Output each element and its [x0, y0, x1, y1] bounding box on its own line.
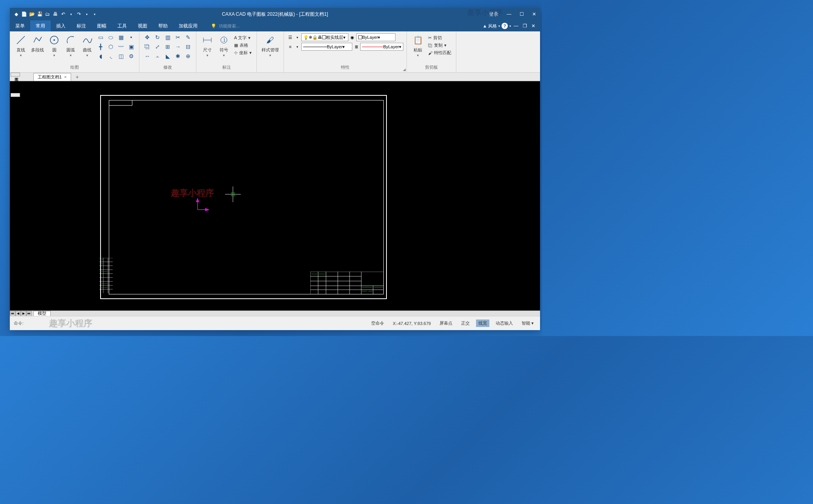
- menu-addons[interactable]: 加载应用: [173, 20, 203, 31]
- properties-launcher-icon[interactable]: ◢: [403, 68, 406, 71]
- linetype-icon[interactable]: ≡: [287, 44, 293, 50]
- menu-annotate[interactable]: 标注: [71, 20, 92, 31]
- slot-icon[interactable]: ◖: [96, 52, 105, 60]
- function-search[interactable]: 💡 功能搜索...: [211, 23, 240, 29]
- minimize-button[interactable]: —: [503, 8, 515, 20]
- polygon-icon[interactable]: ⬡: [106, 42, 115, 51]
- login-button[interactable]: 登录: [485, 8, 502, 20]
- table-button[interactable]: ▦ 表格: [233, 42, 253, 49]
- drawing-canvas[interactable]: 特性: [10, 81, 540, 310]
- layer-combo[interactable]: 💡 ❄ 🔒 🖶 粗实线层 ▾: [301, 33, 348, 41]
- coord-button[interactable]: ⊹ 坐标 ▾: [233, 49, 253, 56]
- array-icon[interactable]: ⊞: [163, 42, 172, 51]
- menu-frame[interactable]: 图幅: [92, 20, 112, 31]
- color-combo[interactable]: ByLayer ▾: [356, 33, 396, 41]
- explode-icon[interactable]: ✱: [173, 52, 183, 60]
- style-button[interactable]: ▲ 风格: [483, 23, 497, 29]
- layer-manager-icon[interactable]: ☰: [287, 34, 293, 40]
- region-icon[interactable]: ◫: [116, 52, 126, 60]
- close-button[interactable]: ✕: [528, 8, 540, 20]
- rect-icon[interactable]: ▭: [96, 33, 105, 42]
- paste-button[interactable]: 📋 粘贴 ▼: [410, 33, 426, 58]
- cut-button[interactable]: ✂剪切: [427, 35, 453, 41]
- polyline-button[interactable]: 多段线: [29, 33, 46, 54]
- lineweight-icon[interactable]: ≣: [353, 44, 359, 50]
- properties-panel-toggle[interactable]: 特性: [11, 93, 20, 97]
- rotate-icon[interactable]: ↻: [153, 33, 162, 42]
- linetype-drop-icon[interactable]: ▾: [294, 44, 300, 50]
- hatch-icon[interactable]: ▦: [116, 33, 126, 42]
- help-drop-icon[interactable]: ▾: [509, 24, 511, 28]
- lineweight-toggle[interactable]: 线宽: [476, 320, 489, 327]
- snap-toggle[interactable]: 智能 ▾: [519, 320, 536, 327]
- print-icon[interactable]: 🖶: [52, 11, 59, 17]
- qat-more-icon[interactable]: ▾: [92, 11, 98, 17]
- gear-icon[interactable]: ⚙: [126, 52, 136, 60]
- undo-drop-icon[interactable]: ▾: [68, 11, 74, 17]
- model-tab[interactable]: 模型: [33, 311, 51, 316]
- extend-icon[interactable]: →: [173, 42, 183, 51]
- copy-icon[interactable]: ⿻: [143, 42, 152, 51]
- circle-button[interactable]: 圆 ▼: [46, 33, 62, 58]
- centerline-icon[interactable]: ╋: [96, 42, 105, 51]
- dynamic-input-toggle[interactable]: 动态输入: [493, 320, 515, 327]
- menu-common[interactable]: 常用: [30, 20, 51, 31]
- arc-button[interactable]: 圆弧 ▼: [63, 33, 79, 58]
- new-icon[interactable]: 📄: [21, 11, 27, 17]
- menu-insert[interactable]: 插入: [51, 20, 71, 31]
- join-icon[interactable]: ⊕: [183, 52, 193, 60]
- symbol-button[interactable]: .1 符号 ▼: [216, 33, 232, 58]
- wave-icon[interactable]: 〰: [116, 42, 126, 51]
- copy-button[interactable]: ⿻复制 ▾: [427, 42, 453, 49]
- point-icon[interactable]: •: [126, 33, 136, 42]
- redo-icon[interactable]: ↷: [76, 11, 82, 17]
- save-icon[interactable]: 💾: [37, 11, 43, 17]
- offset-icon[interactable]: ⫠: [153, 52, 162, 60]
- mirror-icon[interactable]: ▥: [163, 33, 172, 42]
- redo-drop-icon[interactable]: ▾: [84, 11, 90, 17]
- doc-minimize-button[interactable]: —: [513, 22, 520, 29]
- break-icon[interactable]: ⊟: [183, 42, 193, 51]
- scale-icon[interactable]: ⤢: [153, 42, 162, 51]
- tab-close-icon[interactable]: ×: [64, 75, 66, 79]
- scroll-last-icon[interactable]: ⏭: [26, 311, 32, 316]
- move-icon[interactable]: ✥: [143, 33, 152, 42]
- stretch-icon[interactable]: ↔: [143, 52, 152, 60]
- menu-tools[interactable]: 工具: [112, 20, 132, 31]
- app-icon[interactable]: ◆: [13, 11, 19, 17]
- layer-drop-icon[interactable]: ▾: [294, 34, 300, 40]
- lineweight-combo[interactable]: ByLayer ▾: [360, 43, 403, 51]
- menu-file[interactable]: 菜单: [10, 20, 30, 31]
- help-icon[interactable]: ?: [502, 23, 508, 29]
- library-panel-toggle[interactable]: 图库: [11, 73, 20, 77]
- block-icon[interactable]: ▣: [126, 42, 136, 51]
- layer-tool-icon[interactable]: ◉: [349, 34, 355, 40]
- doc-close-button[interactable]: ✕: [530, 22, 537, 29]
- saveall-icon[interactable]: 🗂: [44, 11, 51, 17]
- menu-view[interactable]: 视图: [132, 20, 153, 31]
- erase-icon[interactable]: ✎: [183, 33, 193, 42]
- undo-icon[interactable]: ↶: [60, 11, 66, 17]
- scroll-prev-icon[interactable]: ◀: [15, 311, 21, 316]
- linetype-combo[interactable]: ByLayer ▾: [301, 43, 352, 51]
- document-tab[interactable]: 工程图文档1 ×: [33, 73, 71, 81]
- spline-button[interactable]: 曲线 ▼: [79, 33, 95, 58]
- ortho-toggle[interactable]: 正交: [459, 320, 472, 327]
- style-drop-icon[interactable]: ▾: [498, 24, 500, 28]
- new-tab-button[interactable]: +: [73, 73, 82, 81]
- text-button[interactable]: A 文字 ▾: [233, 35, 253, 41]
- open-icon[interactable]: 📂: [29, 11, 35, 17]
- menu-help[interactable]: 帮助: [153, 20, 173, 31]
- scroll-next-icon[interactable]: ▶: [21, 311, 26, 316]
- chamfer-icon[interactable]: ◣: [163, 52, 172, 60]
- screen-point-toggle[interactable]: 屏幕点: [437, 320, 455, 327]
- style-manager-button[interactable]: 🖌 样式管理 ▼: [260, 33, 280, 58]
- doc-restore-button[interactable]: ❐: [521, 22, 528, 29]
- ellipse-icon[interactable]: ⬭: [106, 33, 115, 42]
- trim-icon[interactable]: ✂: [173, 33, 183, 42]
- scroll-first-icon[interactable]: ⏮: [10, 311, 15, 316]
- fillet-icon[interactable]: ◟: [106, 52, 115, 60]
- line-button[interactable]: 直线 ▼: [13, 33, 29, 58]
- maximize-button[interactable]: ☐: [516, 8, 527, 20]
- dimension-button[interactable]: 尺寸 ▼: [200, 33, 215, 58]
